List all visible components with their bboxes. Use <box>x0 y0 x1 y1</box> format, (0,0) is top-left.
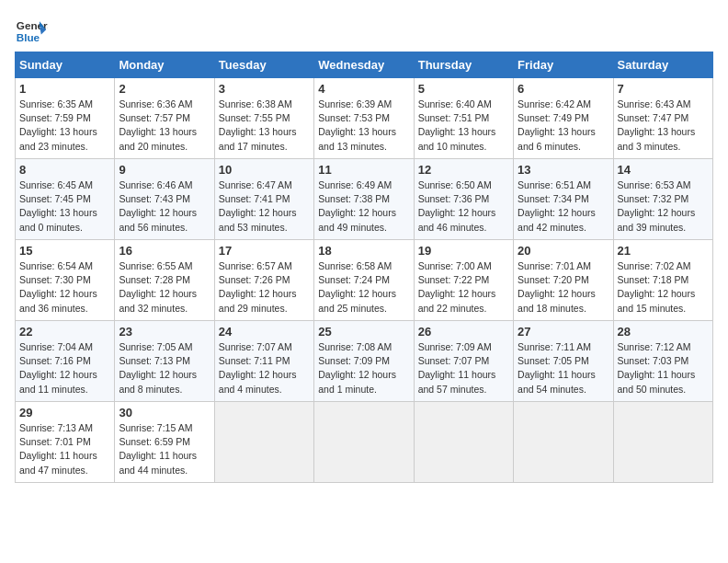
logo-icon: General Blue <box>15 15 48 48</box>
calendar-week-row: 8 Sunrise: 6:45 AMSunset: 7:45 PMDayligh… <box>16 159 713 240</box>
calendar-week-row: 29 Sunrise: 7:13 AMSunset: 7:01 PMDaylig… <box>16 402 713 483</box>
day-detail: Sunrise: 7:07 AMSunset: 7:11 PMDaylight:… <box>219 341 297 395</box>
day-detail: Sunrise: 7:08 AMSunset: 7:09 PMDaylight:… <box>318 341 396 395</box>
day-number: 7 <box>618 82 709 96</box>
day-number: 15 <box>19 244 110 258</box>
calendar-day-cell: 11 Sunrise: 6:49 AMSunset: 7:38 PMDaylig… <box>314 159 414 240</box>
day-detail: Sunrise: 6:43 AMSunset: 7:47 PMDaylight:… <box>618 98 696 152</box>
weekday-header-row: SundayMondayTuesdayWednesdayThursdayFrid… <box>16 52 713 78</box>
calendar-day-cell: 21 Sunrise: 7:02 AMSunset: 7:18 PMDaylig… <box>613 240 712 321</box>
calendar-day-cell: 28 Sunrise: 7:12 AMSunset: 7:03 PMDaylig… <box>613 321 712 402</box>
day-detail: Sunrise: 6:38 AMSunset: 7:55 PMDaylight:… <box>219 98 297 152</box>
calendar-week-row: 15 Sunrise: 6:54 AMSunset: 7:30 PMDaylig… <box>16 240 713 321</box>
day-number: 22 <box>19 325 110 339</box>
calendar-day-cell: 30 Sunrise: 7:15 AMSunset: 6:59 PMDaylig… <box>115 402 214 483</box>
calendar-day-cell <box>514 402 613 483</box>
day-detail: Sunrise: 7:12 AMSunset: 7:03 PMDaylight:… <box>618 341 696 395</box>
day-number: 24 <box>219 325 310 339</box>
weekday-header-friday: Friday <box>514 52 613 78</box>
calendar-day-cell: 17 Sunrise: 6:57 AMSunset: 7:26 PMDaylig… <box>214 240 313 321</box>
calendar-day-cell: 13 Sunrise: 6:51 AMSunset: 7:34 PMDaylig… <box>514 159 613 240</box>
calendar-day-cell <box>613 402 712 483</box>
calendar-day-cell: 3 Sunrise: 6:38 AMSunset: 7:55 PMDayligh… <box>214 78 313 159</box>
day-number: 30 <box>119 406 210 419</box>
day-number: 10 <box>219 163 310 177</box>
calendar-day-cell: 8 Sunrise: 6:45 AMSunset: 7:45 PMDayligh… <box>16 159 115 240</box>
calendar-day-cell: 16 Sunrise: 6:55 AMSunset: 7:28 PMDaylig… <box>115 240 214 321</box>
day-detail: Sunrise: 7:04 AMSunset: 7:16 PMDaylight:… <box>19 341 97 395</box>
calendar-week-row: 22 Sunrise: 7:04 AMSunset: 7:16 PMDaylig… <box>16 321 713 402</box>
day-detail: Sunrise: 7:05 AMSunset: 7:13 PMDaylight:… <box>119 341 197 395</box>
day-detail: Sunrise: 6:39 AMSunset: 7:53 PMDaylight:… <box>318 98 396 152</box>
calendar-day-cell: 24 Sunrise: 7:07 AMSunset: 7:11 PMDaylig… <box>214 321 313 402</box>
day-number: 9 <box>119 163 210 177</box>
calendar-day-cell: 5 Sunrise: 6:40 AMSunset: 7:51 PMDayligh… <box>414 78 513 159</box>
weekday-header-wednesday: Wednesday <box>314 52 414 78</box>
day-number: 28 <box>618 325 709 339</box>
day-detail: Sunrise: 6:46 AMSunset: 7:43 PMDaylight:… <box>119 179 197 233</box>
day-detail: Sunrise: 6:53 AMSunset: 7:32 PMDaylight:… <box>618 179 696 233</box>
calendar-day-cell: 27 Sunrise: 7:11 AMSunset: 7:05 PMDaylig… <box>514 321 613 402</box>
weekday-header-saturday: Saturday <box>613 52 712 78</box>
calendar-day-cell <box>414 402 513 483</box>
page-header: General Blue <box>15 15 713 48</box>
day-detail: Sunrise: 6:58 AMSunset: 7:24 PMDaylight:… <box>318 260 396 314</box>
calendar-day-cell: 10 Sunrise: 6:47 AMSunset: 7:41 PMDaylig… <box>214 159 313 240</box>
calendar-day-cell: 26 Sunrise: 7:09 AMSunset: 7:07 PMDaylig… <box>414 321 513 402</box>
day-number: 23 <box>119 325 210 339</box>
day-number: 18 <box>318 244 409 258</box>
logo: General Blue <box>15 15 48 48</box>
weekday-header-monday: Monday <box>115 52 214 78</box>
day-detail: Sunrise: 7:01 AMSunset: 7:20 PMDaylight:… <box>518 260 596 314</box>
day-detail: Sunrise: 7:15 AMSunset: 6:59 PMDaylight:… <box>119 422 197 476</box>
day-detail: Sunrise: 6:49 AMSunset: 7:38 PMDaylight:… <box>318 179 396 233</box>
calendar-table: SundayMondayTuesdayWednesdayThursdayFrid… <box>15 52 713 483</box>
day-number: 16 <box>119 244 210 258</box>
day-number: 11 <box>318 163 409 177</box>
calendar-day-cell: 22 Sunrise: 7:04 AMSunset: 7:16 PMDaylig… <box>16 321 115 402</box>
calendar-day-cell: 19 Sunrise: 7:00 AMSunset: 7:22 PMDaylig… <box>414 240 513 321</box>
day-detail: Sunrise: 6:47 AMSunset: 7:41 PMDaylight:… <box>219 179 297 233</box>
day-number: 21 <box>618 244 709 258</box>
calendar-day-cell: 15 Sunrise: 6:54 AMSunset: 7:30 PMDaylig… <box>16 240 115 321</box>
day-number: 5 <box>418 82 509 96</box>
day-detail: Sunrise: 6:51 AMSunset: 7:34 PMDaylight:… <box>518 179 596 233</box>
calendar-day-cell: 18 Sunrise: 6:58 AMSunset: 7:24 PMDaylig… <box>314 240 414 321</box>
svg-text:Blue: Blue <box>17 31 40 43</box>
calendar-day-cell: 25 Sunrise: 7:08 AMSunset: 7:09 PMDaylig… <box>314 321 414 402</box>
day-number: 4 <box>318 82 409 96</box>
calendar-day-cell: 9 Sunrise: 6:46 AMSunset: 7:43 PMDayligh… <box>115 159 214 240</box>
weekday-header-sunday: Sunday <box>16 52 115 78</box>
day-number: 19 <box>418 244 509 258</box>
day-number: 12 <box>418 163 509 177</box>
calendar-day-cell: 23 Sunrise: 7:05 AMSunset: 7:13 PMDaylig… <box>115 321 214 402</box>
day-number: 14 <box>618 163 709 177</box>
day-detail: Sunrise: 6:57 AMSunset: 7:26 PMDaylight:… <box>219 260 297 314</box>
day-number: 27 <box>518 325 609 339</box>
calendar-day-cell <box>314 402 414 483</box>
day-number: 26 <box>418 325 509 339</box>
day-detail: Sunrise: 7:00 AMSunset: 7:22 PMDaylight:… <box>418 260 496 314</box>
calendar-day-cell: 14 Sunrise: 6:53 AMSunset: 7:32 PMDaylig… <box>613 159 712 240</box>
calendar-day-cell: 2 Sunrise: 6:36 AMSunset: 7:57 PMDayligh… <box>115 78 214 159</box>
day-detail: Sunrise: 7:02 AMSunset: 7:18 PMDaylight:… <box>618 260 696 314</box>
calendar-header: SundayMondayTuesdayWednesdayThursdayFrid… <box>16 52 713 78</box>
calendar-day-cell: 7 Sunrise: 6:43 AMSunset: 7:47 PMDayligh… <box>613 78 712 159</box>
day-detail: Sunrise: 7:09 AMSunset: 7:07 PMDaylight:… <box>418 341 496 395</box>
day-detail: Sunrise: 6:36 AMSunset: 7:57 PMDaylight:… <box>119 98 197 152</box>
day-number: 17 <box>219 244 310 258</box>
day-detail: Sunrise: 6:50 AMSunset: 7:36 PMDaylight:… <box>418 179 496 233</box>
day-detail: Sunrise: 7:11 AMSunset: 7:05 PMDaylight:… <box>518 341 596 395</box>
day-number: 13 <box>518 163 609 177</box>
calendar-day-cell: 20 Sunrise: 7:01 AMSunset: 7:20 PMDaylig… <box>514 240 613 321</box>
calendar-day-cell: 6 Sunrise: 6:42 AMSunset: 7:49 PMDayligh… <box>514 78 613 159</box>
day-detail: Sunrise: 6:40 AMSunset: 7:51 PMDaylight:… <box>418 98 496 152</box>
calendar-day-cell: 29 Sunrise: 7:13 AMSunset: 7:01 PMDaylig… <box>16 402 115 483</box>
weekday-header-tuesday: Tuesday <box>214 52 313 78</box>
day-detail: Sunrise: 6:55 AMSunset: 7:28 PMDaylight:… <box>119 260 197 314</box>
weekday-header-thursday: Thursday <box>414 52 513 78</box>
day-number: 29 <box>19 406 110 419</box>
calendar-day-cell: 12 Sunrise: 6:50 AMSunset: 7:36 PMDaylig… <box>414 159 513 240</box>
day-number: 6 <box>518 82 609 96</box>
calendar-body: 1 Sunrise: 6:35 AMSunset: 7:59 PMDayligh… <box>16 78 713 483</box>
